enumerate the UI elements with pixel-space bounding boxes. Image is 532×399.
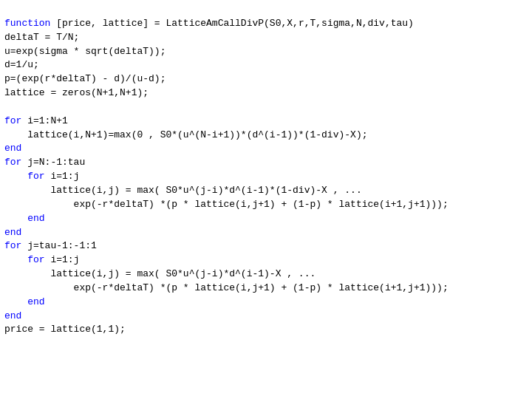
code-line: lattice(i,j) = max( S0*u^(j-i)*d^(i-1)*(… xyxy=(4,184,528,198)
code-line: price = lattice(1,1); xyxy=(4,323,528,337)
code-line: exp(-r*deltaT) *(p * lattice(i,j+1) + (1… xyxy=(4,282,528,296)
code-line: end xyxy=(4,296,528,310)
keyword: end xyxy=(4,227,21,238)
code-line: lattice(i,N+1)=max(0 , S0*(u^(N-i+1))*(d… xyxy=(4,129,528,143)
code-line: deltaT = T/N; xyxy=(4,31,528,45)
keyword: for xyxy=(4,157,21,168)
code-line: end xyxy=(4,310,528,324)
code-line: for i=1:j xyxy=(4,170,528,184)
code-line: end xyxy=(4,142,528,156)
code-line xyxy=(4,100,528,115)
keyword: function xyxy=(4,18,50,29)
code-line: end xyxy=(4,226,528,240)
keyword: for xyxy=(4,240,21,251)
code-line: u=exp(sigma * sqrt(deltaT)); xyxy=(4,45,528,59)
code-line: for i=1:N+1 xyxy=(4,115,528,129)
keyword: for xyxy=(27,254,44,265)
code-line: exp(-r*deltaT) *(p * lattice(i,j+1) + (1… xyxy=(4,198,528,212)
keyword: end xyxy=(27,296,44,307)
code-line: d=1/u; xyxy=(4,58,528,72)
keyword: end xyxy=(27,213,44,224)
code-line: function [price, lattice] = LatticeAmCal… xyxy=(4,17,528,31)
code-line: for j=tau-1:-1:1 xyxy=(4,239,528,253)
code-line: lattice(i,j) = max( S0*u^(j-i)*d^(i-1)-X… xyxy=(4,267,528,282)
keyword: for xyxy=(27,171,44,182)
keyword: end xyxy=(4,310,21,321)
code-line: p=(exp(r*deltaT) - d)/(u-d); xyxy=(4,72,528,86)
code-editor: function [price, lattice] = LatticeAmCal… xyxy=(0,0,532,340)
keyword: end xyxy=(4,143,21,154)
code-line: lattice = zeros(N+1,N+1); xyxy=(4,86,528,100)
code-line: for i=1:j xyxy=(4,253,528,267)
code-line: for j=N:-1:tau xyxy=(4,156,528,170)
code-line: end xyxy=(4,212,528,226)
keyword: for xyxy=(4,115,21,126)
